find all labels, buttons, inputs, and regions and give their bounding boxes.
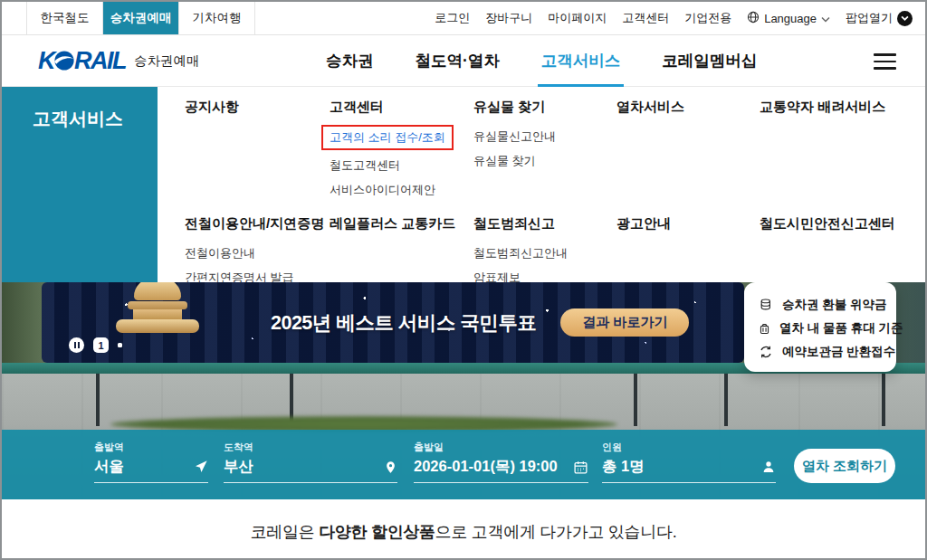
utility-link[interactable]: 로그인 bbox=[435, 10, 470, 26]
popup-open-toggle[interactable]: 팝업열기 bbox=[846, 10, 913, 26]
mega-column-title[interactable]: 열차서비스 bbox=[616, 99, 760, 116]
slide-dot[interactable] bbox=[118, 343, 122, 347]
language-label: Language bbox=[764, 12, 817, 25]
promo-cta-button[interactable]: 결과 바로가기 bbox=[560, 308, 689, 337]
top-bar: 한국철도승차권예매기차여행 로그인장바구니마이페이지고객센터기업전용Langua… bbox=[2, 2, 925, 35]
mega-link-highlighted[interactable]: 고객의 소리 접수/조회 bbox=[321, 125, 454, 150]
korail-globe-icon bbox=[53, 50, 75, 71]
search-field[interactable]: 인원총 1명 bbox=[602, 441, 776, 499]
trophy-graphic bbox=[114, 282, 201, 333]
search-field-value: 서울 bbox=[94, 457, 124, 477]
utility-link[interactable]: 마이페이지 bbox=[548, 10, 607, 26]
pause-icon[interactable] bbox=[69, 337, 84, 353]
mega-column: 유실물 찾기유실물신고안내유실물 찾기 bbox=[473, 99, 616, 215]
mega-link[interactable]: 유실물 찾기 bbox=[473, 148, 616, 173]
chevron-down-circle-icon bbox=[897, 11, 913, 26]
search-field[interactable]: 출발역서울 bbox=[94, 441, 208, 499]
mega-link[interactable]: 철도고객센터 bbox=[330, 153, 473, 177]
mega-link[interactable]: 전철이용안내 bbox=[185, 241, 330, 265]
utility-link[interactable]: 고객센터 bbox=[622, 10, 669, 26]
quick-link-label: 열차 내 물품 휴대 기준 bbox=[779, 320, 903, 337]
pin-icon bbox=[384, 460, 397, 475]
mega-column: 광고안내 bbox=[616, 215, 760, 289]
mega-column-title[interactable]: 유실물 찾기 bbox=[473, 99, 616, 116]
nav-item[interactable]: 고객서비스 bbox=[541, 35, 621, 86]
search-field[interactable]: 출발일2026-01-01(목) 19:00 bbox=[414, 441, 588, 499]
mega-column-title[interactable]: 철도범죄신고 bbox=[473, 215, 616, 233]
language-selector[interactable]: Language bbox=[747, 11, 830, 26]
mega-column-title[interactable]: 철도시민안전신고센터 bbox=[760, 215, 920, 233]
mega-link[interactable]: 철도범죄신고안내 bbox=[473, 241, 616, 265]
mega-column: 교통약자 배려서비스 bbox=[760, 99, 920, 215]
korail-logo[interactable]: K RAIL 승차권예매 bbox=[38, 47, 200, 75]
popup-open-label: 팝업열기 bbox=[846, 10, 893, 26]
footer-message: 코레일은 다양한 할인상품으로 고객에게 다가가고 있습니다. bbox=[2, 499, 925, 560]
nav-item[interactable]: 코레일멤버십 bbox=[662, 35, 757, 86]
search-field-value: 총 1명 bbox=[602, 457, 645, 477]
utility-link[interactable]: 기업전용 bbox=[684, 10, 731, 26]
search-field-label: 출발일 bbox=[414, 441, 588, 454]
mega-column: 전철이용안내/지연증명전철이용안내간편지연증명서 발급 bbox=[185, 215, 330, 289]
mega-column: 철도시민안전신고센터 bbox=[760, 215, 920, 289]
menu-icon[interactable] bbox=[874, 53, 896, 74]
mega-link[interactable]: 서비스아이디어제안 bbox=[330, 177, 473, 202]
mega-link[interactable]: 유실물신고안내 bbox=[473, 124, 616, 148]
main-nav: 승차권철도역·열차고객서비스코레일멤버십 bbox=[326, 35, 757, 86]
quick-link[interactable]: 예약보관금 반환접수 bbox=[758, 340, 896, 364]
mega-column: 공지사항 bbox=[185, 99, 330, 215]
site-tab[interactable]: 승차권예매 bbox=[103, 2, 179, 34]
bridge-post bbox=[96, 374, 100, 426]
train-search-button[interactable]: 열차 조회하기 bbox=[794, 449, 895, 483]
nav-item[interactable]: 철도역·열차 bbox=[416, 35, 500, 86]
mega-column-title[interactable]: 고객센터 bbox=[330, 99, 473, 116]
nav-item[interactable]: 승차권 bbox=[326, 35, 374, 86]
mega-column-title[interactable]: 공지사항 bbox=[185, 99, 330, 116]
chevron-down-icon bbox=[821, 12, 830, 25]
slide-page-indicator[interactable]: 1 bbox=[93, 337, 109, 353]
promo-banner[interactable]: 2025년 베스트 서비스 국민투표 결과 바로가기 1 bbox=[42, 282, 744, 363]
mega-column-title[interactable]: 광고안내 bbox=[616, 215, 760, 233]
refresh-icon bbox=[758, 345, 774, 359]
search-field-value: 부산 bbox=[224, 457, 253, 477]
korail-page: 한국철도승차권예매기차여행 로그인장바구니마이페이지고객센터기업전용Langua… bbox=[0, 0, 927, 560]
luggage-icon bbox=[758, 321, 771, 337]
promo-title: 2025년 베스트 서비스 국민투표 bbox=[271, 309, 536, 336]
quick-link[interactable]: 열차 내 물품 휴대 기준 bbox=[758, 317, 896, 340]
train-search-bar: 출발역서울도착역부산출발일2026-01-01(목) 19:00인원총 1명열차… bbox=[2, 430, 925, 499]
search-field-label: 도착역 bbox=[224, 441, 397, 454]
mega-menu-grid: 공지사항고객센터고객의 소리 접수/조회철도고객센터서비스아이디어제안유실물 찾… bbox=[185, 87, 920, 282]
mega-column-title[interactable]: 전철이용안내/지연증명 bbox=[185, 215, 330, 233]
quick-link[interactable]: 승차권 환불 위약금 bbox=[758, 293, 896, 317]
quick-links-panel: 승차권 환불 위약금열차 내 물품 휴대 기준예약보관금 반환접수 bbox=[744, 282, 896, 372]
utility-link[interactable]: 장바구니 bbox=[485, 10, 532, 26]
coins-icon bbox=[758, 298, 774, 313]
quick-link-label: 승차권 환불 위약금 bbox=[782, 297, 887, 313]
search-field[interactable]: 도착역부산 bbox=[224, 441, 397, 499]
site-tabs: 한국철도승차권예매기차여행 bbox=[27, 2, 255, 34]
bridge-post bbox=[724, 374, 728, 426]
mega-sidebar-title: 고객서비스 bbox=[2, 87, 158, 282]
hero-section: 2025년 베스트 서비스 국민투표 결과 바로가기 1 승차권 환불 위약금열… bbox=[2, 282, 925, 499]
footer-text: 코레일은 다양한 할인상품으로 고객에게 다가가고 있습니다. bbox=[251, 521, 677, 543]
mega-column-title[interactable]: 레일플러스 교통카드 bbox=[330, 215, 473, 233]
mega-column-title[interactable]: 교통약자 배려서비스 bbox=[760, 99, 920, 116]
mega-column: 철도범죄신고철도범죄신고안내암표제보 bbox=[473, 215, 616, 289]
mega-column: 고객센터고객의 소리 접수/조회철도고객센터서비스아이디어제안 bbox=[330, 99, 473, 215]
logo-subtitle: 승차권예매 bbox=[134, 52, 200, 70]
calendar-icon bbox=[573, 460, 588, 475]
person-icon bbox=[761, 460, 776, 474]
quick-link-label: 예약보관금 반환접수 bbox=[782, 344, 895, 360]
site-tab[interactable]: 기차여행 bbox=[179, 2, 255, 34]
main-header: K RAIL 승차권예매 승차권철도역·열차고객서비스코레일멤버십 bbox=[2, 35, 925, 87]
search-field-value: 2026-01-01(목) 19:00 bbox=[414, 457, 558, 477]
site-tab[interactable]: 한국철도 bbox=[27, 2, 103, 34]
mega-column: 열차서비스 bbox=[616, 99, 760, 215]
bridge-post bbox=[882, 374, 885, 426]
search-field-label: 출발역 bbox=[94, 441, 208, 454]
utility-links: 로그인장바구니마이페이지고객센터기업전용Language팝업열기 bbox=[435, 2, 925, 34]
navigation-icon bbox=[194, 460, 208, 474]
globe-icon bbox=[747, 11, 760, 26]
mega-column: 레일플러스 교통카드 bbox=[330, 215, 473, 289]
search-field-label: 인원 bbox=[602, 441, 776, 454]
top-bar-spacer bbox=[2, 2, 27, 34]
